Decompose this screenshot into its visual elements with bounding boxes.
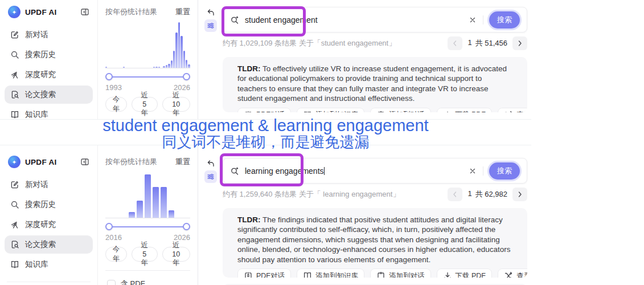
year-histogram[interactable] [105,169,190,218]
filter-divider [105,270,190,271]
screenshot-panel-top: ✦ UPDF AI 新对话搜索历史深度研究论文搜索知识库 按年份统计结果 重置 … [0,0,531,120]
slider-track [109,226,187,227]
histogram-bar [105,67,107,68]
slider-handle-min[interactable] [105,223,113,230]
quick-range-button[interactable]: 近 10 年 [162,247,190,262]
main-area: student engagement 搜索 约有 1,029,109 条结果 关… [198,0,531,119]
add-to-chat-button[interactable]: 添加到对话 [370,108,431,112]
sidebar-item-label: 知识库 [25,109,48,120]
pdf-chat-button[interactable]: PDF对话 [237,108,291,112]
year-stats-title: 按年份统计结果 [105,7,157,17]
year-histogram[interactable] [105,19,190,68]
main-area: learning engagements 搜索 约有 1,259,640 条结果… [198,145,531,285]
slider-handle-min[interactable] [105,73,113,80]
slider-handle-max[interactable] [183,73,190,80]
year-min-label: 2016 [105,233,122,242]
histogram-bar [178,22,180,68]
quick-range-button[interactable]: 近 10 年 [162,97,190,112]
clear-search-icon[interactable] [468,15,477,25]
download-icon [443,111,452,112]
deep-research-icon [10,70,19,79]
back-icon[interactable] [206,159,215,168]
add-to-library-icon [303,111,312,112]
add-to-library-icon [303,271,312,278]
pdf-chat-button[interactable]: PDF对话 [237,268,291,278]
histogram-bar [153,67,155,68]
pagination: 1 共 62,982 [448,188,527,201]
histogram-bar [123,67,125,68]
histogram-bar [183,51,185,68]
total-pages: 共 62,982 [475,189,507,199]
search-input[interactable]: student engagement [245,15,468,25]
include-pdf-checkbox[interactable] [107,280,116,285]
quick-range-button[interactable]: 近 5 年 [132,97,158,112]
total-pages: 共 51,456 [475,38,507,48]
action-label: 下载 PDF [456,271,486,278]
add-to-chat-icon [376,271,385,278]
reset-button[interactable]: 重置 [175,157,190,167]
search-input[interactable]: learning engagements [245,166,468,176]
prev-page-button[interactable] [448,36,462,50]
quick-range-button[interactable]: 今年 [105,97,127,112]
relation-graph-button[interactable]: 查看关联图谱 [498,108,527,112]
sidebar-item-new-chat[interactable]: 新对话 [5,26,93,44]
next-page-button[interactable] [512,188,527,201]
tldr-text: TLDR: To effectively utilize VR to incre… [237,64,512,104]
include-pdf-label: 含 PDF [121,279,145,285]
sidebar-item-new-chat[interactable]: 新对话 [5,176,93,194]
search-button[interactable]: 搜索 [489,11,520,28]
prev-page-button[interactable] [448,188,462,201]
histogram-bar [161,187,167,218]
reset-button[interactable]: 重置 [175,7,190,17]
year-range-slider[interactable] [105,223,190,231]
next-page-button[interactable] [512,36,527,50]
sidebar-item-deep-research[interactable]: 深度研究 [5,66,93,84]
collapse-sidebar-icon[interactable] [80,7,89,17]
relation-graph-button[interactable]: 查看关联图谱 [498,268,527,278]
deep-research-icon [10,220,19,229]
sidebar-item-label: 深度研究 [25,70,56,80]
sidebar: ✦ UPDF AI 新对话搜索历史深度研究论文搜索知识库 [0,0,98,119]
filter-toggle-icon[interactable] [204,170,217,183]
add-to-chat-button[interactable]: 添加到对话 [370,268,431,278]
updf-logo-icon: ✦ [8,156,20,168]
histogram-bar [168,64,170,68]
brand-title: UPDF AI [25,158,76,166]
search-history-icon [10,50,19,59]
download-button[interactable]: 下载 PDF [437,108,492,112]
sidebar-item-label: 新对话 [25,180,48,190]
sidebar-item-paper-search[interactable]: 论文搜索 [5,235,93,254]
histogram-bar [166,65,167,68]
add-to-library-button[interactable]: 添加到知识库 [297,268,364,278]
slider-handle-max[interactable] [183,223,190,230]
sidebar-item-search-history[interactable]: 搜索历史 [5,196,93,214]
current-page: 1 [467,189,471,199]
download-button[interactable]: 下载 PDF [437,268,492,278]
sidebar-item-knowledge-base[interactable]: 知识库 [5,105,93,120]
sidebar-item-search-history[interactable]: 搜索历史 [5,46,93,64]
quick-range-button[interactable]: 近 5 年 [132,247,158,262]
histogram-bar [173,51,175,68]
add-to-library-button[interactable]: 添加到知识库 [297,108,364,112]
sidebar-item-label: 搜索历史 [25,50,56,60]
collapse-sidebar-icon[interactable] [80,157,89,166]
clear-search-icon[interactable] [468,166,477,176]
year-range-slider[interactable] [105,73,190,81]
search-button[interactable]: 搜索 [489,162,520,180]
sidebar-item-deep-research[interactable]: 深度研究 [5,215,93,234]
sidebar-item-label: 论文搜索 [25,89,56,100]
search-bar[interactable]: student engagement 搜索 [223,7,527,32]
sidebar-item-paper-search[interactable]: 论文搜索 [5,85,93,104]
search-divider [483,166,483,176]
search-divider [483,15,483,25]
search-bar[interactable]: learning engagements 搜索 [223,158,527,184]
add-to-chat-icon [376,111,385,112]
year-min-label: 1993 [105,83,122,92]
filter-column: 按年份统计结果 重置 2016 2026 今年近 5 年近 10 年 含 PDF [98,145,198,285]
filter-toggle-icon[interactable] [204,19,217,32]
sidebar-item-knowledge-base[interactable]: 知识库 [5,255,93,274]
result-summary: 约有 1,259,640 条结果 关于「 learning engagement… [223,189,400,199]
action-label: 查看关联图谱 [516,110,527,112]
quick-range-button[interactable]: 今年 [105,247,127,262]
back-icon[interactable] [206,8,215,17]
